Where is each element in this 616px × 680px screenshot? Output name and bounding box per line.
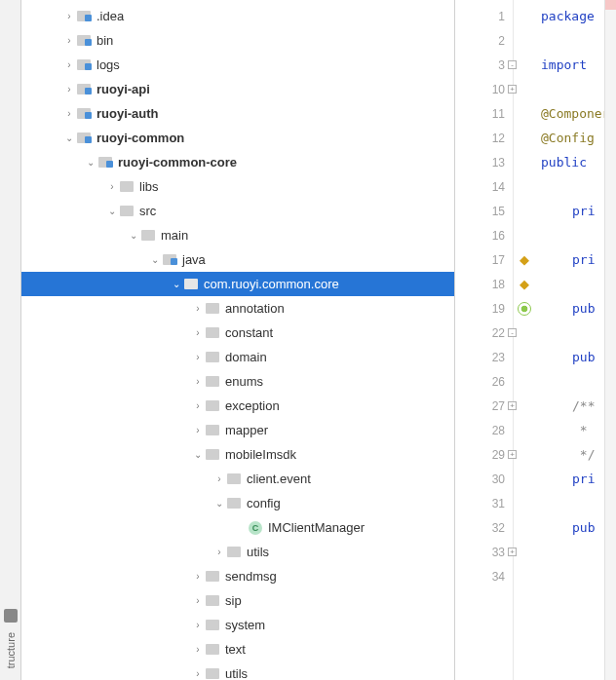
tree-item-src[interactable]: ⌄src (21, 199, 454, 223)
line-number[interactable]: 13 (455, 150, 513, 174)
tree-item-exception[interactable]: ›exception (21, 394, 454, 418)
tree-item-client-event[interactable]: ›client.event (21, 467, 454, 491)
spring-gutter-icon[interactable] (518, 302, 531, 316)
code-line[interactable] (535, 564, 604, 588)
structure-tool-icon[interactable] (4, 609, 18, 623)
tree-item-sip[interactable]: ›sip (21, 588, 454, 613)
chevron-icon[interactable]: › (191, 376, 205, 387)
chevron-icon[interactable]: › (191, 303, 205, 314)
line-number[interactable]: 16 (455, 223, 513, 247)
line-number[interactable]: 22- (455, 321, 513, 345)
tree-item-utils[interactable]: ›utils (21, 661, 454, 680)
code-line[interactable] (535, 28, 604, 53)
chevron-icon[interactable]: › (191, 400, 205, 411)
tree-item-annotation[interactable]: ›annotation (21, 296, 454, 321)
code-editor[interactable]: packageimport @Componer@Configpublic pri… (535, 0, 604, 680)
fold-toggle-icon[interactable]: + (508, 401, 517, 410)
line-number[interactable]: 11 (455, 101, 513, 126)
tree-item-bin[interactable]: ›bin (21, 28, 454, 53)
tree-item-logs[interactable]: ›logs (21, 53, 454, 77)
line-number[interactable]: 1 (455, 4, 513, 28)
line-number-gutter[interactable]: 123-10+11121314151617181922-232627+2829+… (455, 0, 514, 680)
chevron-icon[interactable]: › (191, 571, 205, 582)
tree-item-com-ruoyi-common-core[interactable]: ⌄com.ruoyi.common.core (21, 272, 454, 296)
chevron-icon[interactable]: › (191, 425, 205, 435)
line-number[interactable]: 29+ (455, 442, 513, 467)
code-line[interactable]: import (535, 53, 604, 77)
tree-item-mobileimsdk[interactable]: ⌄mobileImsdk (21, 442, 454, 467)
code-line[interactable]: pri (535, 467, 604, 491)
line-number[interactable]: 10+ (455, 77, 513, 101)
bean-gutter-icon[interactable]: ◆ (520, 252, 529, 267)
tree-item-text[interactable]: ›text (21, 637, 454, 661)
code-line[interactable]: pub (535, 296, 604, 321)
line-number[interactable]: 31 (455, 491, 513, 515)
tree-item-main[interactable]: ⌄main (21, 223, 454, 247)
project-tree[interactable]: ›.idea›bin›logs›ruoyi-api›ruoyi-auth⌄ruo… (21, 0, 455, 680)
line-number[interactable]: 26 (455, 369, 513, 394)
line-number[interactable]: 23 (455, 345, 513, 369)
tree-item-system[interactable]: ›system (21, 613, 454, 637)
tree-item-config[interactable]: ⌄config (21, 491, 454, 515)
code-line[interactable]: pri (535, 199, 604, 223)
fold-toggle-icon[interactable]: - (508, 60, 517, 69)
chevron-icon[interactable]: ⌄ (84, 157, 97, 168)
tree-item-constant[interactable]: ›constant (21, 321, 454, 345)
chevron-icon[interactable]: › (191, 668, 205, 679)
tree-item-sendmsg[interactable]: ›sendmsg (21, 564, 454, 588)
line-number[interactable]: 17 (455, 247, 513, 272)
code-line[interactable] (535, 77, 604, 101)
line-number[interactable]: 27+ (455, 394, 513, 418)
tree-item-ruoyi-auth[interactable]: ›ruoyi-auth (21, 101, 454, 126)
code-line[interactable]: @Componer (535, 101, 604, 126)
line-number[interactable]: 12 (455, 126, 513, 150)
chevron-icon[interactable]: › (212, 547, 226, 557)
code-line[interactable] (535, 223, 604, 247)
chevron-icon[interactable]: › (62, 108, 76, 119)
line-number[interactable]: 28 (455, 418, 513, 442)
tree-item-domain[interactable]: ›domain (21, 345, 454, 369)
chevron-icon[interactable]: › (105, 181, 119, 192)
error-stripe-marker[interactable] (605, 0, 616, 10)
code-line[interactable]: pub (535, 515, 604, 540)
line-number[interactable]: 15 (455, 199, 513, 223)
chevron-icon[interactable]: › (62, 59, 76, 70)
code-line[interactable]: public (535, 150, 604, 174)
tree-item-ruoyi-common-core[interactable]: ⌄ruoyi-common-core (21, 150, 454, 174)
chevron-icon[interactable]: › (191, 644, 205, 655)
chevron-icon[interactable]: › (191, 327, 205, 338)
code-line[interactable] (535, 174, 604, 199)
code-line[interactable] (535, 321, 604, 345)
code-line[interactable]: package (535, 4, 604, 28)
tree-item-java[interactable]: ⌄java (21, 247, 454, 272)
line-number[interactable]: 14 (455, 174, 513, 199)
tree-item-utils[interactable]: ›utils (21, 540, 454, 564)
line-number[interactable]: 34 (455, 564, 513, 588)
tree-item-libs[interactable]: ›libs (21, 174, 454, 199)
code-line[interactable] (535, 272, 604, 296)
chevron-icon[interactable]: › (212, 473, 226, 484)
tree-item-imclientmanager[interactable]: CIMClientManager (21, 515, 454, 540)
line-number[interactable]: 3- (455, 53, 513, 77)
tree-item--idea[interactable]: ›.idea (21, 4, 454, 28)
code-line[interactable]: pub (535, 345, 604, 369)
fold-toggle-icon[interactable]: + (508, 450, 517, 459)
tree-item-ruoyi-api[interactable]: ›ruoyi-api (21, 77, 454, 101)
code-line[interactable]: */ (535, 442, 604, 467)
line-number[interactable]: 32 (455, 515, 513, 540)
chevron-icon[interactable]: ⌄ (105, 206, 119, 216)
fold-toggle-icon[interactable]: + (508, 85, 517, 94)
chevron-icon[interactable]: ⌄ (127, 230, 140, 241)
chevron-icon[interactable]: ⌄ (191, 449, 205, 460)
tree-item-mapper[interactable]: ›mapper (21, 418, 454, 442)
chevron-icon[interactable]: ⌄ (62, 132, 76, 143)
fold-toggle-icon[interactable]: - (508, 328, 517, 337)
bean-gutter-icon[interactable]: ◆ (520, 277, 529, 291)
fold-toggle-icon[interactable]: + (508, 548, 517, 556)
code-line[interactable]: /** (535, 394, 604, 418)
code-line[interactable] (535, 540, 604, 564)
chevron-icon[interactable]: › (191, 352, 205, 362)
structure-tool-button[interactable]: tructure (5, 628, 17, 672)
line-number[interactable]: 18 (455, 272, 513, 296)
chevron-icon[interactable]: › (62, 11, 76, 21)
